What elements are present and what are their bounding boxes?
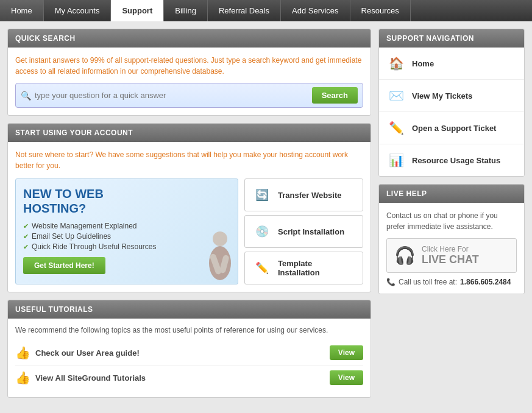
headset-icon: 🎧 (394, 245, 416, 266)
search-icon: 🔍 (21, 91, 31, 101)
open-ticket-icon: ✏️ (386, 118, 406, 138)
search-button[interactable]: Search (312, 87, 358, 104)
start-left-panel: NEW TO WEBHOSTING? Website Management Ex… (15, 178, 238, 284)
tutorial-label-1: Check our User Area guide! (35, 348, 140, 358)
quick-search-desc: Get instant answers to 99% of all suppor… (15, 55, 363, 77)
support-nav-open-ticket-label: Open a Support Ticket (412, 124, 496, 133)
search-input[interactable] (35, 91, 308, 100)
page-content: QUICK SEARCH Get instant answers to 99% … (0, 21, 532, 405)
phone-number: 1.866.605.2484 (460, 278, 511, 286)
tutorials-card: USEFUL TUTORIALS We recommend the follow… (7, 300, 371, 398)
tutorial-row-1: 👍 Check our User Area guide! View (15, 341, 363, 365)
nav-add-services[interactable]: Add Services (281, 0, 350, 21)
resource-usage-icon: 📊 (386, 150, 406, 170)
support-nav-home-label: Home (412, 59, 434, 68)
start-right-panel: 🔄 Transfer Website 💿 Script Installation… (244, 178, 363, 284)
start-using-desc: Not sure where to start? We have some su… (15, 149, 363, 171)
chat-text-block: Click Here For LIVE CHAT (422, 245, 479, 266)
template-installation-label: Template Installation (278, 259, 355, 277)
search-box: 🔍 Search (15, 83, 363, 108)
support-nav-tickets[interactable]: ✉️ View My Tickets (379, 80, 524, 112)
support-nav-tickets-label: View My Tickets (412, 91, 472, 101)
main-column: QUICK SEARCH Get instant answers to 99% … (7, 29, 371, 398)
transfer-website-label: Transfer Website (278, 191, 342, 200)
live-help-header: LIVE HELP (379, 185, 524, 203)
thumb-icon-1: 👍 (15, 345, 30, 360)
support-nav-resource-label: Resource Usage Status (412, 156, 500, 165)
live-help-body: Contact us on chat or phone if you prefe… (379, 203, 524, 294)
live-chat-box[interactable]: 🎧 Click Here For LIVE CHAT (386, 238, 517, 273)
nav-referral-deals[interactable]: Referral Deals (208, 0, 281, 21)
phone-icon: 📞 (386, 278, 395, 286)
tutorial-row-2: 👍 View All SiteGround Tutorials View (15, 365, 363, 390)
transfer-website-item[interactable]: 🔄 Transfer Website (244, 178, 363, 211)
live-help-desc: Contact us on chat or phone if you prefe… (386, 210, 517, 232)
transfer-website-icon: 🔄 (252, 185, 272, 205)
support-nav-header: SUPPORT NAVIGATION (379, 29, 524, 48)
live-help-card: LIVE HELP Contact us on chat or phone if… (378, 184, 525, 294)
tutorial-label-2: View All SiteGround Tutorials (35, 373, 146, 383)
chat-click-text: Click Here For (422, 245, 479, 253)
quick-search-body: Get instant answers to 99% of all suppor… (8, 48, 371, 115)
script-installation-label: Script Installation (278, 227, 344, 236)
tutorials-desc: We recommend the following topics as the… (15, 326, 363, 334)
view-button-1[interactable]: View (330, 345, 363, 360)
start-desc-highlight: help you (211, 150, 241, 159)
support-nav-list: 🏠 Home ✉️ View My Tickets ✏️ Open a Supp… (379, 48, 524, 176)
start-desc-text1: Not sure where to start? We have some su… (15, 150, 211, 159)
nav-my-accounts[interactable]: My Accounts (44, 0, 112, 21)
tickets-icon: ✉️ (386, 86, 406, 105)
thumb-icon-2: 👍 (15, 370, 30, 385)
start-heading: NEW TO WEBHOSTING? (23, 186, 230, 216)
quick-search-highlight: immediate (328, 56, 361, 65)
nav-resources[interactable]: Resources (350, 0, 411, 21)
support-nav-home[interactable]: 🏠 Home (379, 48, 524, 80)
start-using-body: Not sure where to start? We have some su… (8, 142, 371, 292)
chat-live-text: LIVE CHAT (422, 253, 479, 266)
svg-point-0 (213, 231, 227, 246)
start-using-header: START USING YOUR ACCOUNT (8, 124, 371, 142)
start-using-card: START USING YOUR ACCOUNT Not sure where … (7, 123, 371, 292)
template-installation-icon: ✏️ (252, 258, 272, 278)
tutorials-header: USEFUL TUTORIALS (8, 300, 371, 319)
script-installation-icon: 💿 (252, 222, 272, 241)
toll-free-text: Call us toll free at: (399, 278, 457, 286)
home-icon: 🏠 (386, 54, 406, 73)
view-button-2[interactable]: View (330, 370, 363, 385)
support-nav-open-ticket[interactable]: ✏️ Open a Support Ticket (379, 112, 524, 144)
script-installation-item[interactable]: 💿 Script Installation (244, 215, 363, 248)
tutorials-body: We recommend the following topics as the… (8, 319, 371, 397)
list-item: Website Management Explained (23, 222, 230, 230)
person-figure (196, 230, 235, 281)
toll-free: 📞 Call us toll free at: 1.866.605.2484 (386, 278, 517, 286)
start-grid: NEW TO WEBHOSTING? Website Management Ex… (15, 178, 363, 284)
nav-support[interactable]: Support (111, 0, 164, 21)
quick-search-desc-text1: Get instant answers to 99% of all suppor… (15, 56, 326, 65)
main-nav: Home My Accounts Support Billing Referra… (0, 0, 532, 21)
sidebar: SUPPORT NAVIGATION 🏠 Home ✉️ View My Tic… (378, 29, 525, 294)
nav-billing[interactable]: Billing (164, 0, 208, 21)
template-installation-item[interactable]: ✏️ Template Installation (244, 252, 363, 284)
get-started-button[interactable]: Get Started Here! (23, 257, 105, 274)
nav-home[interactable]: Home (0, 0, 44, 21)
support-nav-resource-usage[interactable]: 📊 Resource Usage Status (379, 144, 524, 176)
quick-search-card: QUICK SEARCH Get instant answers to 99% … (7, 29, 371, 116)
quick-search-header: QUICK SEARCH (8, 29, 371, 48)
quick-search-desc-text2: access to all related information in our… (15, 67, 224, 76)
support-nav-card: SUPPORT NAVIGATION 🏠 Home ✉️ View My Tic… (378, 29, 525, 177)
